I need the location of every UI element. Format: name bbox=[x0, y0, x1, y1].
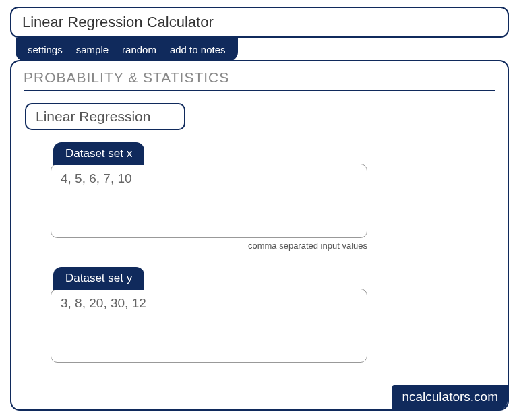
dataset-x-group: Dataset set x comma separated input valu… bbox=[51, 142, 495, 251]
dataset-y-group: Dataset set y bbox=[51, 267, 495, 363]
settings-button[interactable]: settings bbox=[28, 44, 63, 55]
section-heading: PROBABILITY & STATISTICS bbox=[24, 69, 495, 91]
dataset-x-label: Dataset set x bbox=[53, 142, 144, 165]
sample-button[interactable]: sample bbox=[76, 44, 109, 55]
add-to-notes-button[interactable]: add to notes bbox=[170, 44, 226, 55]
main-panel: PROBABILITY & STATISTICS Linear Regressi… bbox=[10, 60, 509, 411]
dataset-y-label: Dataset set y bbox=[53, 267, 144, 290]
watermark: ncalculators.com bbox=[392, 385, 508, 409]
toolbar: settings sample random add to notes bbox=[16, 38, 238, 61]
random-button[interactable]: random bbox=[122, 44, 156, 55]
dataset-x-input[interactable] bbox=[51, 164, 367, 238]
dataset-x-helper: comma separated input values bbox=[51, 241, 367, 251]
dataset-y-input[interactable] bbox=[51, 289, 367, 363]
page-title: Linear Regression Calculator bbox=[10, 7, 509, 38]
sub-heading: Linear Regression bbox=[25, 103, 185, 130]
